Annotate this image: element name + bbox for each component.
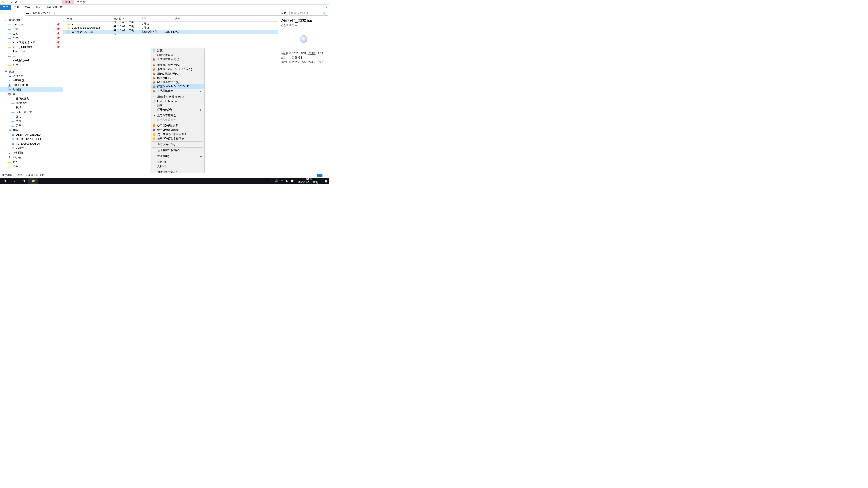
context-menu-item[interactable]: 🔸用 蜂蜜浏览器 浏览(3) [151, 95, 204, 99]
help-icon[interactable]: ? [326, 6, 327, 9]
view-thumbnails-button[interactable] [322, 173, 327, 177]
chevron-right-icon[interactable]: › [54, 11, 55, 15]
volume-icon[interactable]: 🔊 [275, 180, 278, 183]
tree-item[interactable]: ▬win7重装win7 [0, 58, 63, 63]
tree-item[interactable]: ▬G:\ [0, 54, 63, 58]
taskbar-clock[interactable]: 16:322020/12/25, 星期五 [296, 178, 322, 184]
col-size[interactable]: 大小 [164, 17, 180, 21]
search-button[interactable]: ○ [9, 177, 19, 184]
tree-item[interactable]: ▬Bandicam [0, 49, 63, 54]
back-button[interactable]: ← [1, 11, 6, 15]
tree-item[interactable]: ▬天翼云盘下载 [0, 110, 63, 114]
ime-icon[interactable]: 中 [281, 179, 283, 183]
file-row-selected[interactable]: 💿Win7x64_2020.iso 2020/12/25, 星期五 1...光盘… [63, 30, 278, 34]
search-input[interactable]: 搜索"文档 (E:)" 🔍 [289, 11, 328, 15]
context-menu-item[interactable]: 发送到(N)▸ [151, 154, 204, 158]
tree-quick-access[interactable]: ★快速访问 [0, 18, 63, 22]
ribbon-tab-home[interactable]: 主页 [11, 4, 22, 10]
ribbon-tab-view[interactable]: 查看 [33, 4, 43, 10]
qat-save-icon[interactable]: ✓ [5, 0, 9, 4]
qat-refresh-icon[interactable]: ⟳ [14, 0, 18, 4]
task-view-button[interactable]: ⊟ [19, 177, 29, 184]
ribbon-expand-icon[interactable]: ⌄ [321, 6, 323, 9]
breadcrumb-location[interactable]: 文档 (E:) [43, 11, 53, 15]
maximize-button[interactable]: ☐ [311, 0, 320, 4]
address-dropdown-icon[interactable]: ⌄ [281, 11, 283, 15]
qat-dropdown-icon[interactable]: ▾ [19, 0, 23, 4]
context-menu-item[interactable]: 🟧使用 360解除占用 [151, 124, 204, 128]
tree-recycle-bin[interactable]: 🗑回收站 [0, 155, 63, 160]
context-menu-item[interactable]: 📦添加到 "Win7x64_2020.zip" (T) [151, 67, 204, 72]
network-icon[interactable]: 🖧 [285, 180, 288, 183]
context-menu-item[interactable]: 剪切(T) [151, 160, 204, 164]
tree-item[interactable]: ▬音乐 [0, 123, 63, 128]
tree-onedrive[interactable]: ☁OneDrive [0, 74, 63, 78]
context-menu-item[interactable]: 📦解压到 Win7x64_2020\ (E) [151, 85, 204, 89]
context-menu-item[interactable]: 📦用360压缩打开(Q) [151, 72, 204, 76]
context-menu-item[interactable]: 刻录光盘映像 [151, 53, 204, 57]
context-menu-item[interactable]: 还原以前的版本(V) [151, 148, 204, 153]
col-name[interactable]: 名称 [63, 17, 114, 21]
tree-control-panel[interactable]: ⚙控制面板 [0, 151, 63, 155]
context-menu-item[interactable]: 打开方式(H)▸ [151, 107, 204, 112]
address-bar[interactable]: ▬ › 此电脑 › 文档 (E:) › ⌄ ⟳ [25, 11, 288, 15]
context-menu-item[interactable]: 📤上传到有道云笔记 [151, 57, 204, 61]
tree-downloads[interactable]: ▬下载📌 [0, 27, 63, 31]
ribbon-tab-share[interactable]: 共享 [22, 4, 33, 10]
view-details-button[interactable] [317, 173, 322, 177]
tree-item[interactable]: ▬软件 [0, 160, 63, 164]
tree-desktop-root[interactable]: 🖥桌面 [0, 69, 63, 74]
close-button[interactable]: ✕ [320, 0, 329, 4]
tree-item[interactable]: ▬视频 [0, 105, 63, 110]
tree-item[interactable]: 🖥ZMT2019 [0, 146, 63, 151]
chevron-right-icon[interactable]: › [30, 11, 31, 15]
tray-overflow-icon[interactable]: ⌃ [270, 180, 273, 183]
tree-item[interactable]: ▬本机照片 [0, 101, 63, 105]
tree-libraries[interactable]: 📚库 [0, 92, 63, 96]
tree-item[interactable]: ▬文件 [0, 164, 63, 168]
context-menu-item[interactable]: 🟡使用 360管理右键菜单 [151, 136, 204, 141]
context-menu-item[interactable]: 📦添加到压缩文件(A)... [151, 63, 204, 67]
tree-network[interactable]: 🖧网络 [0, 128, 63, 132]
start-button[interactable]: ⊞ [0, 177, 9, 184]
context-menu-item[interactable]: 🟡使用 360进行木马云查杀 [151, 132, 204, 136]
context-menu-item[interactable]: 复制(C) [151, 164, 204, 168]
tree-item[interactable]: ▬图片 [0, 63, 63, 67]
tree-item[interactable]: ▬保存的图片 [0, 96, 63, 101]
ribbon-tab-file[interactable]: 文件 [0, 4, 11, 10]
qat-close-icon[interactable]: ✕ [10, 0, 13, 4]
col-type[interactable]: 类型 [141, 17, 164, 21]
forward-button[interactable]: → [7, 11, 12, 15]
tree-documents[interactable]: ▬文档📌 [0, 31, 63, 36]
context-menu-item[interactable]: 📦其他压缩命令▸ [151, 89, 204, 93]
context-menu-item[interactable]: 📦解压到(F)... [151, 76, 204, 80]
tree-this-pc[interactable]: 🖥此电脑 [0, 87, 63, 92]
file-row[interactable]: ▬1 2020/12/15, 星期二 1...文件夹 [63, 22, 278, 26]
context-menu-item[interactable]: ☁上传到百度网盘 [151, 113, 204, 118]
context-menu-item[interactable]: 📦解压到当前文件夹(X) [151, 80, 204, 85]
tree-admin[interactable]: 👤Administrator [0, 83, 63, 87]
contextual-tab-manage[interactable]: 管理 [62, 0, 74, 4]
tree-item[interactable]: ▬图片 [0, 114, 63, 119]
ribbon-tab-iso-tools[interactable]: 光盘映像工具 [43, 4, 65, 10]
chevron-right-icon[interactable]: › [41, 11, 42, 15]
context-menu-item[interactable]: 通过QQ发送到 [151, 142, 204, 147]
tree-item[interactable]: 🖥PC-20190530OBLA [0, 141, 63, 146]
context-menu-item[interactable]: 📝Edit with Notepad++ [151, 99, 204, 103]
tree-item[interactable]: ▬YUNQISHI2019📌 [0, 45, 63, 49]
context-menu-item[interactable]: 🟪使用 360强力删除 [151, 128, 204, 132]
breadcrumb-pc[interactable]: 此电脑 [32, 11, 40, 15]
tree-wps[interactable]: ☁WPS网盘 [0, 78, 63, 83]
tree-desktop[interactable]: ▬Desktop📌 [0, 22, 63, 27]
context-menu-item[interactable]: ↗共享 [151, 103, 204, 107]
action-center-icon[interactable]: 💬 [290, 180, 294, 183]
minimize-button[interactable]: ─ [301, 0, 310, 4]
file-row[interactable]: ▬BaiduNetdiskDownload 2020/12/25, 星期五 1.… [63, 26, 278, 30]
tree-pictures[interactable]: ▬图片📌 [0, 36, 63, 40]
tree-item[interactable]: ▬excel表格制作求和📌 [0, 40, 63, 45]
tree-item[interactable]: 🖥DESKTOP-NJEU3CG [0, 137, 63, 141]
taskbar-explorer[interactable]: 📁 [29, 177, 38, 184]
up-button[interactable]: ↑ [19, 11, 24, 15]
tray-app-icon[interactable]: 📋 [324, 180, 328, 183]
refresh-icon[interactable]: ⟳ [284, 11, 286, 15]
